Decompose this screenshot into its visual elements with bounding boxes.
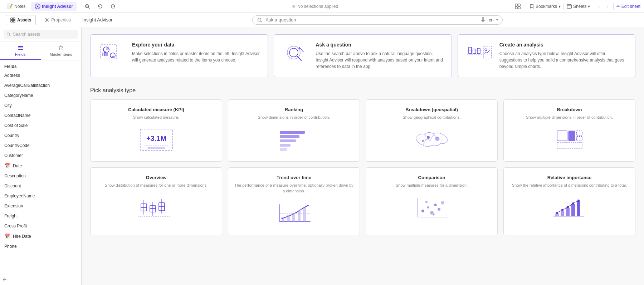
field-averagecallsatisfaction[interactable]: AverageCallSatisfaction	[0, 80, 81, 90]
lang-chevron[interactable]: ▾	[496, 18, 498, 22]
analysis-card-trend[interactable]: Trend over time The performance of a mea…	[228, 167, 360, 235]
bookmarks-button[interactable]: Bookmarks ▾	[529, 4, 561, 9]
field-costofsale[interactable]: Cost of Sale	[0, 121, 81, 131]
top-bar: 📝 Notes Insight Advisor No select	[0, 0, 644, 13]
mic-icon[interactable]	[480, 17, 486, 23]
sidebar-search-area: Search assets	[0, 27, 81, 42]
assets-tab-label: Assets	[17, 18, 31, 23]
analysis-card-relative[interactable]: Relative importance Show the relative im…	[503, 167, 635, 235]
no-selections-label: No selections applied	[297, 4, 338, 9]
assets-tab[interactable]: Assets	[6, 15, 36, 25]
svg-point-86	[433, 214, 434, 216]
sheets-chevron: ▾	[588, 4, 590, 9]
analysis-card-overview[interactable]: Overview Show distribution of measures f…	[90, 167, 222, 235]
edit-sheet-button[interactable]: ✏ Edit sheet	[616, 4, 640, 9]
svg-point-85	[441, 201, 444, 205]
svg-rect-30	[102, 53, 103, 56]
field-grossprofit[interactable]: Gross Profit	[0, 221, 81, 231]
svg-rect-77	[303, 207, 306, 222]
sidebar-content: Fields Address AverageCallSatisfaction C…	[0, 60, 81, 274]
tab-insight-advisor[interactable]: Insight Advisor	[31, 2, 77, 11]
analysis-card-comparison[interactable]: Comparison Show multiple measures for a …	[366, 167, 498, 235]
field-date[interactable]: 📅 Date	[0, 161, 81, 171]
divider	[526, 3, 526, 10]
field-categoryname[interactable]: CategoryName	[0, 90, 81, 100]
tab-notes[interactable]: 📝 Notes	[4, 2, 29, 10]
svg-point-53	[427, 136, 430, 139]
svg-rect-52	[280, 148, 287, 151]
svg-rect-58	[576, 131, 582, 135]
svg-point-98	[577, 200, 580, 202]
ask-question-title: Ask a question	[316, 42, 444, 48]
field-extension[interactable]: Extension	[0, 201, 81, 211]
explore-data-title: Explore your data	[132, 42, 260, 48]
field-description-label: Description	[4, 173, 26, 178]
field-description[interactable]: Description	[0, 171, 81, 181]
sidebar-tab-master-items[interactable]: Master items	[41, 42, 82, 60]
tab-notes-label: Notes	[14, 4, 25, 9]
svg-rect-25	[18, 49, 23, 50]
grid-view-icon[interactable]	[512, 3, 523, 10]
field-customer-label: Customer	[4, 153, 23, 158]
explore-cards: Explore your data Make selections in fie…	[90, 34, 635, 77]
explore-icon	[98, 42, 126, 63]
field-city-label: City	[4, 103, 12, 108]
field-countrycode[interactable]: CountryCode	[0, 141, 81, 151]
analysis-card-breakdown[interactable]: Breakdown Show multiple dimensions in or…	[503, 99, 635, 162]
top-bar-right: Bookmarks ▾ Sheets ▾ ‹ › ✏ Edit sheet	[512, 3, 640, 10]
field-phone[interactable]: Phone	[0, 241, 81, 251]
lang-selector[interactable]: en	[489, 18, 493, 23]
redo-icon[interactable]	[108, 3, 118, 10]
comparison-description: Show multiple measures for a dimension.	[396, 182, 468, 188]
analysis-card-kpi[interactable]: Calculated measure (KPI) Show calculated…	[90, 99, 222, 162]
field-country[interactable]: Country	[0, 131, 81, 141]
analysis-grid: Calculated measure (KPI) Show calculated…	[90, 99, 635, 235]
svg-line-22	[9, 35, 10, 36]
svg-rect-15	[11, 20, 13, 22]
analysis-card-geo[interactable]: Breakdown (geospatial) Show geographical…	[366, 99, 498, 162]
sidebar-collapse-btn[interactable]	[0, 274, 81, 285]
breakdown-description: Show multiple dimensions in order of con…	[526, 114, 613, 121]
zoom-icon[interactable]	[82, 3, 92, 10]
field-employeename[interactable]: EmployeeName	[0, 191, 81, 201]
field-hiredate[interactable]: 📅 Hire Date	[0, 231, 81, 241]
field-discount-label: Discount	[4, 183, 21, 188]
overview-description: Show distribution of measures for one or…	[105, 182, 208, 188]
geo-title: Breakdown (geospatial)	[405, 107, 458, 112]
svg-rect-50	[280, 139, 296, 142]
field-discount[interactable]: Discount	[0, 181, 81, 191]
sheets-button[interactable]: Sheets ▾	[567, 4, 590, 9]
analysis-icon	[465, 42, 494, 63]
divider4	[613, 3, 614, 10]
search-input[interactable]	[265, 17, 477, 23]
bookmarks-label: Bookmarks	[536, 4, 557, 9]
field-customer[interactable]: Customer	[0, 151, 81, 161]
explore-data-description: Make selections in fields or master item…	[132, 50, 260, 63]
selection-indicator	[292, 5, 295, 8]
analysis-card-ranking[interactable]: Ranking Show dimensions in order of cont…	[228, 99, 360, 162]
field-address[interactable]: Address	[0, 70, 81, 80]
field-contactname[interactable]: ContactName	[0, 110, 81, 121]
explore-card-data-text: Explore your data Make selections in fie…	[132, 42, 260, 63]
svg-rect-51	[280, 144, 291, 147]
master-items-tab-icon	[58, 45, 64, 51]
svg-rect-9	[515, 7, 517, 9]
breakdown-title: Breakdown	[557, 107, 582, 112]
svg-rect-73	[282, 217, 284, 222]
undo-icon[interactable]	[95, 3, 105, 10]
nav-back-icon[interactable]: ‹	[596, 3, 602, 10]
properties-tab[interactable]: Properties	[40, 15, 75, 25]
field-countrycode-label: CountryCode	[4, 143, 30, 148]
field-freight[interactable]: Freight	[0, 211, 81, 221]
main-layout: Search assets Fields Master items Fields…	[0, 27, 644, 285]
nav-forward-icon[interactable]: ›	[605, 3, 610, 10]
toolbar-icons	[82, 3, 118, 10]
second-bar: Assets Properties Insight Advisor en ▾	[0, 13, 644, 27]
svg-rect-16	[13, 20, 15, 22]
field-city[interactable]: City	[0, 100, 81, 110]
sidebar-tab-fields[interactable]: Fields	[0, 42, 41, 60]
master-items-tab-label: Master items	[50, 52, 72, 56]
svg-point-80	[427, 206, 429, 208]
sidebar-search[interactable]: Search assets	[4, 30, 78, 39]
svg-rect-75	[292, 213, 295, 222]
